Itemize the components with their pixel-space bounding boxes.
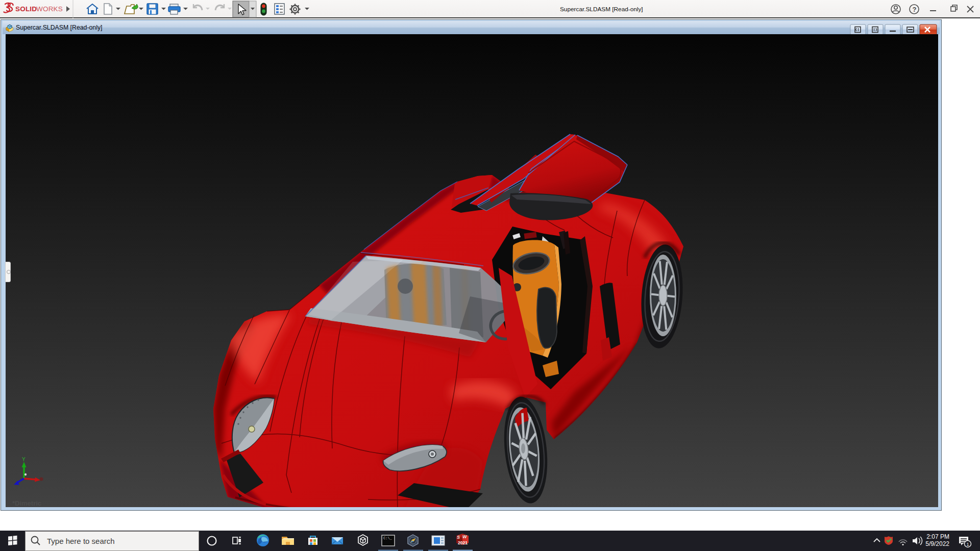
svg-text:2021: 2021 [458, 540, 468, 545]
svg-text:S: S [457, 535, 460, 540]
svg-text:Y: Y [22, 457, 26, 462]
svg-text:C:\_: C:\_ [383, 536, 393, 540]
svg-text:1: 1 [967, 542, 969, 547]
svg-text:SOLID: SOLID [15, 5, 37, 13]
svg-text:?: ? [913, 6, 917, 13]
svg-text:WORKS: WORKS [36, 5, 63, 13]
